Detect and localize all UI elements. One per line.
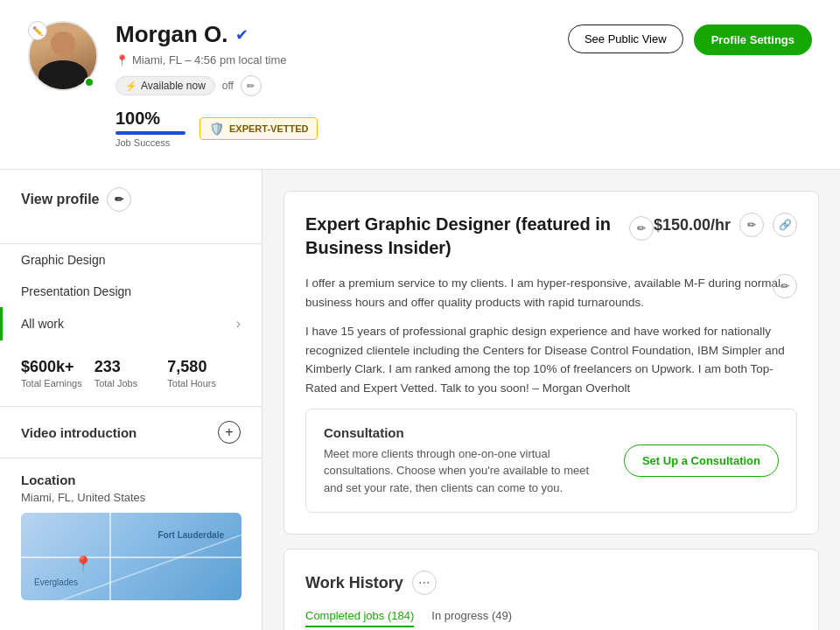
stat-label: Total Earnings — [21, 378, 94, 388]
profile-settings-button[interactable]: Profile Settings — [694, 24, 812, 55]
lightning-icon: ⚡ — [125, 80, 137, 92]
profile-header: ✏️ Morgan O. ✔ 📍 Miami, FL – 4:56 pm loc… — [0, 0, 840, 170]
sidebar-nav: Graphic Design Presentation Design All w… — [0, 244, 262, 340]
chevron-right-icon: › — [236, 316, 241, 332]
tab-completed-jobs[interactable]: Completed jobs (184) — [305, 609, 414, 627]
location-text: Miami, FL – 4:56 pm local time — [132, 53, 287, 66]
view-profile-edit-button[interactable]: ✏ — [107, 187, 131, 212]
add-video-button[interactable]: + — [218, 421, 241, 444]
success-bar — [116, 131, 186, 135]
stat-hours: 7,580 Total Hours — [167, 358, 241, 388]
profile-name: Morgan O. — [116, 21, 228, 48]
share-button[interactable]: 🔗 — [773, 213, 797, 237]
main-layout: View profile ✏ Graphic Design Presentati… — [0, 170, 840, 630]
map-road-v — [109, 513, 111, 600]
sidebar-stats: $600k+ Total Earnings 233 Total Jobs 7,5… — [0, 340, 262, 407]
work-history-more-button[interactable]: ··· — [412, 570, 437, 595]
map-road-h — [21, 556, 242, 558]
stat-value: 7,580 — [167, 358, 241, 376]
work-history-header: Work History ··· — [305, 570, 797, 595]
location-row: 📍 Miami, FL – 4:56 pm local time — [116, 53, 550, 66]
success-label: Job Success — [116, 137, 186, 148]
view-profile-section: View profile ✏ — [0, 170, 262, 244]
rate-value: $150.00/hr — [654, 216, 731, 234]
stat-jobs: 233 Total Jobs — [94, 358, 168, 388]
bio-edit-button[interactable]: ✏ — [773, 274, 797, 298]
map-label-fort-lauderdale: Fort Lauderdale — [158, 530, 224, 540]
rate-section: $150.00/hr ✏ 🔗 — [654, 213, 797, 237]
header-stats-row: 100% Job Success 🛡️ EXPERT-VETTED — [116, 108, 550, 148]
availability-tag: ⚡ Available now — [116, 76, 215, 95]
stat-label: Total Hours — [167, 378, 241, 388]
work-history-card: Work History ··· Completed jobs (184) In… — [284, 549, 819, 630]
sidebar-item-presentation-design[interactable]: Presentation Design — [0, 276, 262, 307]
video-intro-title: Video introduction — [21, 425, 136, 440]
bio-section: I offer a premium service to my clients.… — [305, 274, 797, 398]
sidebar-item-graphic-design[interactable]: Graphic Design — [0, 244, 262, 276]
name-row: Morgan O. ✔ — [116, 21, 550, 48]
set-up-consultation-button[interactable]: Set Up a Consultation — [624, 444, 779, 477]
availability-edit-button[interactable]: ✏ — [241, 75, 262, 96]
avatar-container: ✏️ — [28, 21, 98, 91]
stat-label: Total Jobs — [94, 378, 168, 388]
stat-earnings: $600k+ Total Earnings — [21, 358, 94, 388]
edit-avatar-button[interactable]: ✏️ — [28, 21, 47, 40]
tab-in-progress[interactable]: In progress (49) — [431, 609, 512, 627]
title-row: Expert Graphic Designer (featured in Bus… — [305, 213, 797, 260]
video-introduction-section: Video introduction + — [0, 407, 262, 458]
job-title: Expert Graphic Designer (featured in Bus… — [305, 213, 622, 260]
sidebar-item-all-work[interactable]: All work › — [0, 307, 262, 340]
page-wrapper: ✏️ Morgan O. ✔ 📍 Miami, FL – 4:56 pm loc… — [0, 0, 840, 630]
consultation-info: Consultation Meet more clients through o… — [324, 425, 606, 497]
bio-paragraph-2: I have 15 years of professional graphic … — [305, 322, 797, 397]
consultation-description: Meet more clients through one-on-one vir… — [324, 445, 606, 497]
job-title-edit-button[interactable]: ✏ — [629, 216, 654, 241]
rate-edit-button[interactable]: ✏ — [739, 213, 764, 237]
consultation-title: Consultation — [324, 425, 606, 440]
see-public-view-button[interactable]: See Public View — [568, 24, 683, 53]
work-history-title: Work History — [305, 574, 403, 592]
success-bar-fill — [116, 131, 186, 135]
header-actions: See Public View Profile Settings — [568, 24, 812, 55]
availability-row: ⚡ Available now off ✏ — [116, 75, 550, 96]
location-value: Miami, FL, United States — [21, 491, 241, 504]
job-success-section: 100% Job Success — [116, 108, 186, 148]
profile-info: Morgan O. ✔ 📍 Miami, FL – 4:56 pm local … — [116, 21, 550, 148]
location-section: Location Miami, FL, United States Fort L… — [0, 458, 262, 614]
location-title: Location — [21, 472, 241, 487]
expert-vetted-badge: 🛡️ EXPERT-VETTED — [200, 117, 318, 140]
map-placeholder: Fort Lauderdale 📍 Everglades — [21, 513, 242, 600]
sidebar-item-label: Presentation Design — [21, 284, 131, 298]
shield-icon: 🛡️ — [209, 122, 224, 136]
view-profile-title: View profile ✏ — [21, 187, 241, 212]
sidebar-item-label: All work — [21, 317, 64, 331]
verified-icon: ✔ — [235, 25, 248, 45]
map-pin-icon: 📍 — [74, 555, 93, 574]
content-area: Expert Graphic Designer (featured in Bus… — [262, 170, 840, 630]
title-left: Expert Graphic Designer (featured in Bus… — [305, 213, 654, 260]
work-history-tabs: Completed jobs (184) In progress (49) — [305, 609, 797, 627]
location-icon: 📍 — [116, 54, 129, 66]
expert-vetted-label: EXPERT-VETTED — [229, 123, 308, 134]
availability-label: Available now — [141, 80, 206, 92]
map-label-everglades: Everglades — [34, 578, 78, 587]
stat-value: 233 — [94, 358, 168, 376]
availability-toggle[interactable]: off — [222, 80, 234, 92]
consultation-card: Consultation Meet more clients through o… — [305, 409, 797, 514]
sidebar-item-label: Graphic Design — [21, 253, 106, 267]
sidebar: View profile ✏ Graphic Design Presentati… — [0, 170, 262, 630]
view-profile-label: View profile — [21, 192, 100, 207]
bio-paragraph-1: I offer a premium service to my clients.… — [305, 274, 797, 312]
profile-title-card: Expert Graphic Designer (featured in Bus… — [284, 191, 819, 535]
success-percentage: 100% — [116, 108, 186, 129]
online-indicator — [84, 77, 94, 88]
stat-value: $600k+ — [21, 358, 94, 376]
